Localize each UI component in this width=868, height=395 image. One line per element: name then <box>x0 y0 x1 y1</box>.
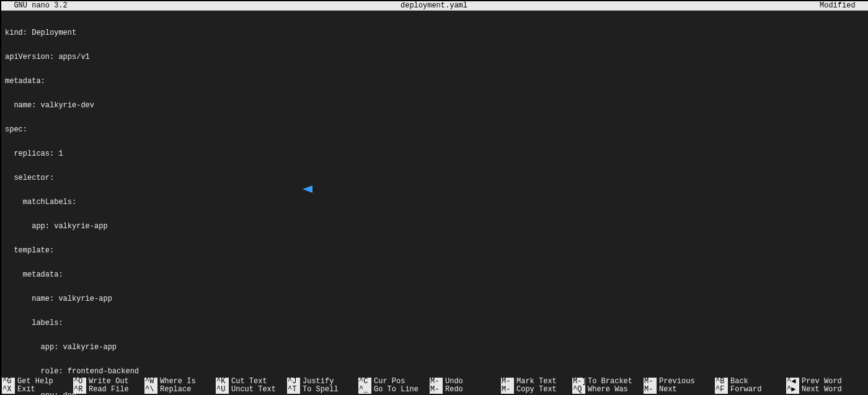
editor-line: kind: Deployment <box>5 29 864 37</box>
shortcut-to-spell[interactable]: ^TTo Spell <box>287 386 358 394</box>
editor-line: selector: <box>5 174 864 182</box>
shortcut-forward[interactable]: ^FForward <box>715 386 786 394</box>
shortcut-copy-text[interactable]: M-6Copy Text <box>501 386 572 394</box>
editor-line: template: <box>5 247 864 255</box>
editor-area[interactable]: kind: Deployment apiVersion: apps/v1 met… <box>1 11 868 395</box>
shortcut-bar: ^GGet Help ^XExit ^OWrite Out ^RRead Fil… <box>1 378 868 395</box>
editor-line: spec: <box>5 126 864 134</box>
svg-marker-1 <box>303 185 312 193</box>
shortcut-uncut-text[interactable]: ^UUncut Text <box>216 386 287 394</box>
editor-line: apiVersion: apps/v1 <box>5 53 864 61</box>
editor-line: role: frontend-backend <box>5 368 864 376</box>
editor-line: replicas: 1 <box>5 150 864 158</box>
shortcut-where-was[interactable]: ^QWhere Was <box>572 386 644 394</box>
shortcut-go-to-line[interactable]: ^_Go To Line <box>358 386 430 394</box>
shortcut-undo[interactable]: M-UUndo <box>430 378 501 386</box>
editor-line: metadata: <box>5 78 864 86</box>
shortcut-next-word[interactable]: ^▶Next Word <box>786 386 857 394</box>
editor-line: matchLabels: <box>5 198 864 206</box>
editor-line: metadata: <box>5 271 864 279</box>
editor-line: app: valkyrie-app <box>5 344 864 352</box>
editor-line: labels: <box>5 319 864 327</box>
titlebar: GNU nano 3.2 deployment.yaml Modified <box>1 1 868 11</box>
filename: deployment.yaml <box>1 1 868 11</box>
app-version: GNU nano 3.2 <box>5 1 68 11</box>
shortcut-next[interactable]: M-▶Next <box>644 386 715 394</box>
shortcut-read-file[interactable]: ^RRead File <box>73 386 144 394</box>
editor-line: name: valkyrie-dev <box>5 102 864 110</box>
shortcut-previous[interactable]: M-◀Previous <box>644 378 715 386</box>
shortcut-get-help[interactable]: ^GGet Help <box>2 378 73 386</box>
editor-line: app: valkyrie-app <box>5 223 864 231</box>
modified-indicator: Modified <box>820 1 864 11</box>
shortcut-replace[interactable]: ^\Replace <box>144 386 216 394</box>
shortcut-redo[interactable]: M-ERedo <box>430 386 501 394</box>
shortcut-exit[interactable]: ^XExit <box>2 386 73 394</box>
annotation-arrow-icon <box>303 185 464 193</box>
editor-line: name: valkyrie-app <box>5 295 864 303</box>
